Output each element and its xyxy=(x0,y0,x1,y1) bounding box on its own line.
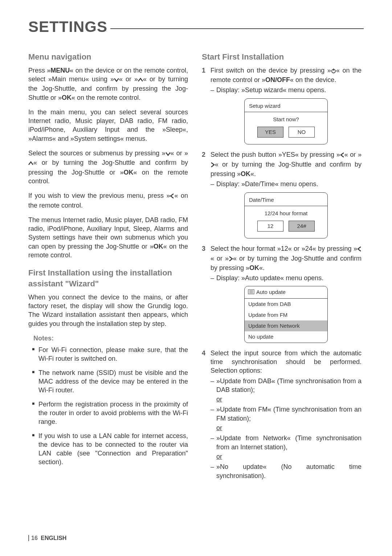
step-2: 2 Select the push button »YES« by pressi… xyxy=(202,150,362,238)
note-item: Perform the registration process in the … xyxy=(38,400,188,426)
text: « on the remote control. xyxy=(72,94,140,101)
list-row[interactable]: Update from FM xyxy=(245,310,327,320)
key-ok: OK xyxy=(249,264,259,271)
list-row[interactable]: Update from DAB xyxy=(245,299,327,310)
para: In the main menu, you can select several… xyxy=(28,108,188,143)
screen-title: Auto update xyxy=(245,286,327,298)
footer-language: ENGLISH xyxy=(41,535,66,541)
button-yes[interactable]: YES xyxy=(257,127,283,138)
or-separator: or xyxy=(216,395,362,404)
heading-wizard: First Installation using the installatio… xyxy=(28,267,188,289)
left-icon xyxy=(357,245,362,254)
list-row-selected[interactable]: Update from Network xyxy=(245,320,327,331)
key-onoff: ON/OFF xyxy=(265,76,290,83)
text: « or by turning the Jog-Shuttle and conf… xyxy=(211,255,362,271)
text: « or » xyxy=(171,150,188,157)
screen-setup-wizard: Setup wizard Start now? YES NO xyxy=(244,98,328,145)
key-ok: OK xyxy=(154,243,163,250)
text: «. xyxy=(250,170,256,177)
left-column: Menu navigation Press »MENU« on the devi… xyxy=(28,52,188,485)
button-no[interactable]: NO xyxy=(289,127,315,138)
button-12[interactable]: 12 xyxy=(257,221,283,232)
step-4: 4 Select the input source from which the… xyxy=(202,349,362,480)
screen-date-time: Date/Time 12/24 hour format 12 24# xyxy=(244,192,328,239)
key-ok: OK xyxy=(124,169,134,176)
screen-title: Setup wizard xyxy=(248,102,324,111)
up-icon xyxy=(28,159,33,168)
notes-heading: Notes: xyxy=(33,334,188,343)
step-1: 1 First switch on the device by pressing… xyxy=(202,66,362,145)
key-ok: OK xyxy=(241,170,250,177)
right-icon xyxy=(211,161,215,169)
step-3: 3 Select the hour format »12« or »24« by… xyxy=(202,244,362,343)
option-text: »Update from Network« (Time synchronisat… xyxy=(216,434,362,451)
right-column: Start First Installation 1 First switch … xyxy=(202,52,362,485)
key-menu: MENU xyxy=(50,67,70,74)
option-text: »Update from DAB« (Time synchronisation … xyxy=(216,377,362,394)
right-icon xyxy=(229,255,233,263)
list-row[interactable]: No update xyxy=(245,331,327,342)
display-note: Display: »Auto update« menu opens. xyxy=(216,274,323,282)
title-rule xyxy=(110,28,364,29)
power-icon xyxy=(331,67,336,75)
option-text: »No update« (No automatic time synchroni… xyxy=(216,462,362,480)
key-ok: OK xyxy=(62,94,72,101)
page-footer: 16 ENGLISH xyxy=(28,535,66,541)
notes-list: For Wi-Fi connection, please make sure, … xyxy=(28,346,188,467)
note-item: For Wi-Fi connection, please make sure, … xyxy=(38,346,188,363)
or-separator: or xyxy=(216,424,362,432)
para: If you wish to view the previous menu, p… xyxy=(28,191,188,210)
text: If you wish to view the previous menu, p… xyxy=(28,192,170,199)
list-icon xyxy=(248,289,254,296)
para: When you connect the device to the mains… xyxy=(28,293,188,328)
step-number: 1 xyxy=(202,66,205,75)
left-icon xyxy=(340,151,344,160)
text: « or » xyxy=(344,151,362,158)
display-note: Display: »Date/Time« menu opens. xyxy=(216,180,318,188)
button-24[interactable]: 24# xyxy=(289,221,315,232)
text: « or » xyxy=(119,75,138,83)
page-title: SETTINGS xyxy=(28,18,107,36)
screen-prompt: 12/24 hour format xyxy=(248,210,324,217)
left-icon xyxy=(170,192,174,201)
or-separator: or xyxy=(216,452,362,461)
note-item: If you wish to use a LAN cable for inter… xyxy=(38,432,188,467)
para: Select the sources or submenus by pressi… xyxy=(28,149,188,185)
up-icon xyxy=(138,75,143,84)
step-number: 2 xyxy=(202,150,205,159)
screen-auto-update: Auto update Update from DAB Update from … xyxy=(244,286,328,343)
option-text: »Update from FM« (Time synchronisation f… xyxy=(216,405,362,423)
note-item: The network name (SSID) must be visible … xyxy=(38,368,188,395)
text: «. xyxy=(259,264,265,271)
text: Select the push button »YES« by pressing… xyxy=(211,151,340,158)
text: « on the device. xyxy=(290,76,336,83)
step-number: 4 xyxy=(202,349,205,357)
para: The menus Internet radio, Music player, … xyxy=(28,216,188,259)
screen-title: Date/Time xyxy=(248,196,324,205)
down-icon xyxy=(166,150,171,158)
text: First switch on the device by pressing » xyxy=(211,67,331,74)
screen-title-text: Auto update xyxy=(256,289,286,296)
down-icon xyxy=(114,75,119,84)
text: Select the sources or submenus by pressi… xyxy=(28,150,166,157)
heading-menu-navigation: Menu navigation xyxy=(28,52,188,62)
page-number: 16 xyxy=(28,535,38,541)
text: « or » xyxy=(211,255,229,262)
step-number: 3 xyxy=(202,244,205,253)
text: Select the input source from which the a… xyxy=(211,349,362,375)
text: Press » xyxy=(28,67,50,74)
text: Select the hour format »12« or »24« by p… xyxy=(211,245,357,252)
screen-prompt: Start now? xyxy=(248,116,324,123)
text: « or by turning the Jog-Shuttle and conf… xyxy=(211,161,362,177)
heading-start-first-installation: Start First Installation xyxy=(202,52,362,62)
display-note: Display: »Setup wizard« menu opens. xyxy=(216,86,326,94)
para: Press »MENU« on the device or on the rem… xyxy=(28,66,188,102)
